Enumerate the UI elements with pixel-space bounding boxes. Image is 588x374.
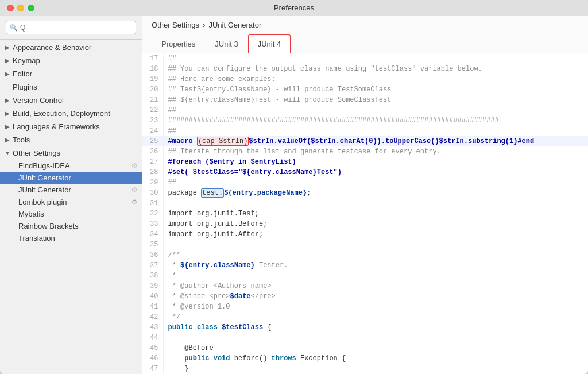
sidebar-item-junit-generator-2[interactable]: JUnit Generator ⚙ [0,184,142,196]
sidebar-item-label: Appearance & Behavior [13,43,91,52]
chevron-icon: ▶ [3,44,11,52]
chevron-icon: ▶ [3,123,11,131]
line-code: ########################################… [163,115,588,126]
sidebar-item-junit-generator-active[interactable]: JUnit Generator [0,172,142,184]
tab-junit4[interactable]: JUnit 4 [248,34,291,53]
breadcrumb-current: JUnit Generator [208,21,261,29]
line-code: /** [163,250,588,260]
line-number: 41 [142,302,163,312]
line-number: 30 [142,188,163,198]
line-number: 22 [142,105,163,115]
tab-properties[interactable]: Properties [152,34,205,53]
search-wrapper: 🔍 [6,21,136,34]
close-button[interactable] [7,5,14,11]
sidebar-child-label: Lombok plugin [18,198,67,206]
table-row: 31 [142,198,588,209]
line-code: #set( $testClass="${entry.className}Test… [163,167,588,178]
table-row: 43 public class $testClass { [142,322,588,333]
line-code: ## Test${entry.ClassName} - will produce… [163,84,588,95]
table-row: 21 ## ${entry.className}Test - will prod… [142,95,588,105]
table-row: 25 #macro (cap $strIn)$strIn.valueOf($st… [142,136,588,146]
line-number: 33 [142,219,163,229]
search-input[interactable] [6,21,136,34]
line-code: * ${entry.className} Tester. [163,260,588,271]
sidebar-item-keymap[interactable]: ▶ Keymap [0,54,142,67]
content-area: Other Settings › JUnit Generator Propert… [142,16,588,374]
chevron-icon: ▶ [3,57,11,65]
minimize-button[interactable] [17,5,24,11]
line-code: import org.junit.Test; [163,209,588,219]
sidebar-item-label: Plugins [13,83,37,91]
sidebar-item-findbugs[interactable]: FindBugs-IDEA ⚙ [0,160,142,172]
line-number: 44 [142,333,163,343]
line-code: @Before [163,343,588,353]
line-number: 40 [142,291,163,302]
sidebar-child-label: Translation [18,234,55,242]
table-row: 37 * ${entry.className} Tester. [142,260,588,271]
chevron-icon: ▶ [3,70,11,78]
sidebar-item-tools[interactable]: ▶ Tools [0,133,142,146]
line-number: 29 [142,178,163,188]
code-editor[interactable]: 17 ## 18 ## You can configure the output… [142,53,588,374]
line-number: 21 [142,95,163,105]
breadcrumb-separator: › [203,21,205,29]
line-code: ## [163,126,588,136]
sidebar-item-rainbow-brackets[interactable]: Rainbow Brackets [0,220,142,232]
sidebar-item-lombok[interactable]: Lombok plugin ⚙ [0,196,142,208]
sidebar-item-label: Languages & Frameworks [13,122,100,131]
sidebar-item-label: Keymap [13,56,40,65]
sidebar-item-label: Build, Execution, Deployment [13,109,110,118]
line-code: * @since <pre>$date</pre> [163,291,588,302]
sidebar-item-translation[interactable]: Translation [0,232,142,244]
table-row: 24 ## [142,126,588,136]
sidebar-item-label: Version Control [13,96,64,105]
line-code [163,198,588,209]
table-row: 34 import org.junit.After; [142,229,588,240]
line-number: 42 [142,312,163,322]
search-box: 🔍 [0,16,142,40]
line-code: ## [163,105,588,115]
table-row: 40 * @since <pre>$date</pre> [142,291,588,302]
titlebar: Preferences [0,0,588,16]
line-number: 32 [142,209,163,219]
line-code: public void before() throws Exception { [163,353,588,364]
line-code: ## [163,178,588,188]
table-row: 36 /** [142,250,588,260]
sidebar-item-label: Tools [13,136,30,144]
line-number: 18 [142,64,163,74]
table-row: 22 ## [142,105,588,115]
line-code: } [163,364,588,374]
line-number: 20 [142,84,163,95]
breadcrumb: Other Settings › JUnit Generator [142,16,588,34]
table-row: 42 */ [142,312,588,322]
sidebar-item-plugins[interactable]: Plugins [0,80,142,94]
settings-icon: ⚙ [131,162,137,169]
sidebar-item-appearance[interactable]: ▶ Appearance & Behavior [0,41,142,54]
line-number: 28 [142,167,163,178]
main-layout: 🔍 ▶ Appearance & Behavior ▶ Keymap ▶ [0,16,588,374]
table-row: 47 } [142,364,588,374]
code-table: 17 ## 18 ## You can configure the output… [142,53,588,374]
line-number: 35 [142,240,163,250]
table-row: 29 ## [142,178,588,188]
sidebar-item-mybatis[interactable]: Mybatis [0,208,142,220]
line-number: 31 [142,198,163,209]
line-code [163,333,588,343]
tab-junit3[interactable]: JUnit 3 [205,34,247,53]
sidebar-item-languages[interactable]: ▶ Languages & Frameworks [0,120,142,133]
sidebar-child-label: JUnit Generator [18,173,71,182]
sidebar-child-label: JUnit Generator [18,186,71,194]
line-code: ## ${entry.className}Test - will produce… [163,95,588,105]
line-code: ## Iterate through the list and generate… [163,146,588,157]
maximize-button[interactable] [28,5,34,11]
chevron-down-icon: ▼ [3,149,11,157]
table-row: 33 import org.junit.Before; [142,219,588,229]
table-row: 18 ## You can configure the output class… [142,64,588,74]
table-row: 32 import org.junit.Test; [142,209,588,219]
breadcrumb-parent: Other Settings [152,21,199,29]
sidebar-item-editor[interactable]: ▶ Editor [0,67,142,80]
sidebar-item-version-control[interactable]: ▶ Version Control [0,94,142,107]
sidebar-item-other-settings[interactable]: ▼ Other Settings [0,146,142,160]
sidebar-item-build[interactable]: ▶ Build, Execution, Deployment [0,107,142,120]
line-number: 36 [142,250,163,260]
